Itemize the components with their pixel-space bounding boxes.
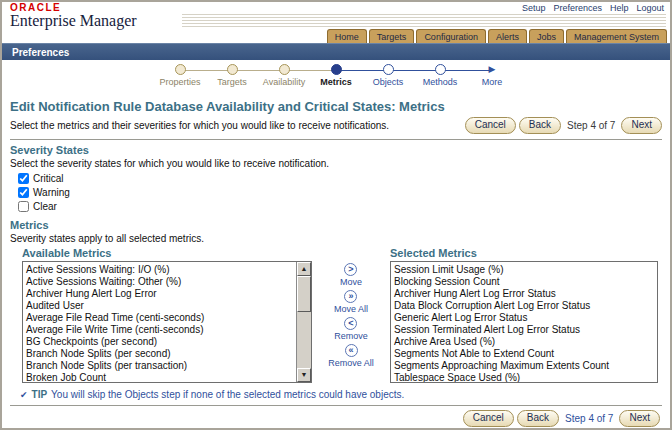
wizard-step[interactable]: Objects (362, 64, 414, 94)
step-dot-icon (227, 64, 238, 75)
metric-option[interactable]: Average File Read Time (centi-seconds) (26, 312, 295, 324)
subnav-bar: Preferences (2, 43, 670, 60)
tip-text: You will skip the Objects step if none o… (51, 389, 404, 400)
metric-option[interactable]: Session Limit Usage (%) (394, 264, 654, 276)
scroll-up-icon[interactable] (297, 262, 311, 276)
metric-option[interactable]: Blocking Session Count (394, 276, 654, 288)
metric-option[interactable]: Active Sessions Waiting: I/O (%) (26, 264, 295, 276)
metric-option[interactable]: Generic Alert Log Error Status (394, 312, 654, 324)
step-dot-icon (435, 64, 446, 75)
shuttle-button-label: Move All (334, 304, 368, 314)
severity-checkbox[interactable] (18, 187, 29, 198)
severity-checkbox[interactable] (18, 173, 29, 184)
severity-option-label: Clear (33, 201, 57, 212)
cancel-button[interactable]: Cancel (463, 410, 514, 427)
global-link[interactable]: Preferences (553, 3, 602, 13)
metric-option[interactable]: Archiver Hung Alert Log Error (26, 288, 295, 300)
shuttle-button[interactable]: « Remove All (328, 344, 374, 368)
metric-option[interactable]: Branch Node Splits (per second) (26, 348, 295, 360)
metric-option[interactable]: Average File Write Time (centi-seconds) (26, 324, 295, 336)
top-action-buttons: Cancel Back Step 4 of 7 Next (465, 117, 662, 134)
divider (10, 139, 662, 140)
next-button[interactable]: Next (621, 117, 662, 134)
page-description: Select the metrics and their severities … (10, 120, 389, 131)
metric-option[interactable]: Segments Not Able to Extend Count (394, 348, 654, 360)
metric-option[interactable]: Audited User (26, 300, 295, 312)
step-dot-icon (487, 64, 498, 75)
severity-option-label: Critical (33, 173, 64, 184)
shuttle-button[interactable]: < Remove (334, 317, 368, 341)
nav-tab[interactable]: Targets (369, 29, 415, 43)
scrollbar[interactable] (296, 262, 311, 382)
next-button[interactable]: Next (619, 410, 660, 427)
shuttle-arrow-icon: < (344, 317, 357, 330)
severity-checkbox[interactable] (18, 201, 29, 212)
available-metrics-listbox[interactable]: Active Sessions Waiting: I/O (%)Active S… (22, 261, 312, 383)
page-title: Edit Notification Rule Database Availabi… (10, 99, 662, 114)
severity-option: Warning (18, 186, 662, 199)
metrics-description: Severity states apply to all selected me… (10, 233, 662, 244)
global-links: SetupPreferencesHelpLogout (516, 3, 664, 13)
nav-tab[interactable]: Management System (566, 29, 667, 43)
cancel-button[interactable]: Cancel (465, 117, 516, 134)
subnav-label: Preferences (12, 47, 69, 58)
global-link[interactable]: Setup (522, 3, 546, 13)
wizard-step[interactable]: Methods (414, 64, 466, 94)
global-link[interactable]: Logout (636, 3, 664, 13)
scroll-down-icon[interactable] (297, 368, 311, 382)
severity-option-label: Warning (33, 187, 70, 198)
step-dot-icon (175, 64, 186, 75)
severity-option: Critical (18, 172, 662, 185)
metric-option[interactable]: Segments Approaching Maximum Extents Cou… (394, 360, 654, 372)
metric-option[interactable]: Broken Job Count (26, 372, 295, 383)
step-indicator: Step 4 of 7 (565, 413, 613, 424)
metric-option[interactable]: Branch Node Splits (per transaction) (26, 360, 295, 372)
shuttle-button[interactable]: » Move All (334, 290, 368, 314)
metrics-shuttle: Available Metrics Active Sessions Waitin… (22, 247, 662, 383)
pinstripe-decoration (182, 14, 666, 27)
back-button[interactable]: Back (519, 117, 561, 134)
scroll-track[interactable] (297, 276, 311, 368)
tip-row: TIP You will skip the Objects step if no… (20, 389, 662, 400)
step-dot-icon (279, 64, 290, 75)
metric-option[interactable]: Tablespace Space Used (%) (394, 372, 654, 383)
selected-metrics-listbox[interactable]: Session Limit Usage (%)Blocking Session … (390, 261, 658, 383)
metric-option[interactable]: Archive Area Used (%) (394, 336, 654, 348)
nav-tab[interactable]: Home (327, 29, 367, 43)
metric-option[interactable]: Session Terminated Alert Log Error Statu… (394, 324, 654, 336)
wizard-step[interactable]: More (466, 64, 518, 94)
step-dot-icon (383, 64, 394, 75)
metric-option[interactable]: Data Block Corruption Alert Log Error St… (394, 300, 654, 312)
available-metrics-column: Available Metrics Active Sessions Waitin… (22, 247, 312, 383)
tab-bar: HomeTargetsConfigurationAlertsJobsManage… (2, 28, 670, 43)
wizard-step[interactable]: Availability (258, 64, 310, 94)
back-button[interactable]: Back (517, 410, 559, 427)
shuttle-button-label: Move (340, 277, 362, 287)
nav-tab[interactable]: Configuration (416, 29, 486, 43)
wizard-step[interactable]: Metrics (310, 64, 362, 94)
severity-option: Clear (18, 200, 662, 213)
scroll-thumb[interactable] (297, 276, 311, 312)
metric-option[interactable]: BG Checkpoints (per second) (26, 336, 295, 348)
tip-check-icon (20, 389, 28, 400)
nav-tab[interactable]: Alerts (488, 29, 527, 43)
wizard-step[interactable]: Targets (206, 64, 258, 94)
metric-option[interactable]: Active Sessions Waiting: Other (%) (26, 276, 295, 288)
nav-tab[interactable]: Jobs (529, 29, 564, 43)
severity-heading: Severity States (10, 144, 662, 156)
tip-prefix: TIP (32, 389, 48, 400)
shuttle-arrow-icon: » (344, 290, 357, 303)
severity-description: Select the severity states for which you… (10, 158, 662, 169)
selected-metrics-column: Selected Metrics Session Limit Usage (%)… (390, 247, 658, 383)
main-content: Edit Notification Rule Database Availabi… (2, 99, 670, 427)
wizard-train: Properties Targets Availability Metrics (2, 60, 670, 94)
shuttle-arrow-icon: « (345, 344, 358, 357)
shuttle-controls: > Move » Move All < Remove (312, 247, 390, 383)
header: ORACLE Enterprise Manager SetupPreferenc… (2, 2, 670, 28)
metric-option[interactable]: Archiver Hung Alert Log Error Status (394, 288, 654, 300)
em-window: ORACLE Enterprise Manager SetupPreferenc… (0, 0, 672, 430)
global-link[interactable]: Help (610, 3, 629, 13)
wizard-step[interactable]: Properties (154, 64, 206, 94)
shuttle-button[interactable]: > Move (340, 263, 362, 287)
severity-options: Critical Warning Clear (18, 172, 662, 213)
